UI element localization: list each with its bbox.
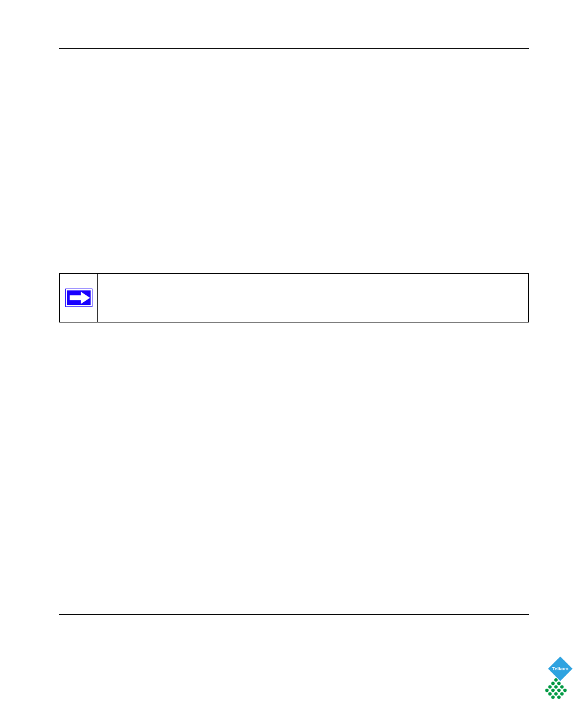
footer-rule — [59, 614, 529, 627]
svg-rect-2 — [70, 295, 81, 300]
svg-point-19 — [557, 696, 561, 699]
svg-point-13 — [557, 689, 561, 692]
arrow-right-icon — [65, 289, 92, 307]
svg-point-6 — [551, 682, 555, 686]
note-callout: Note: — [59, 273, 529, 322]
svg-point-16 — [554, 692, 558, 696]
note-label: Note: — [108, 282, 130, 292]
svg-point-17 — [560, 692, 564, 696]
svg-point-14 — [563, 689, 567, 692]
svg-point-12 — [551, 689, 555, 692]
svg-point-9 — [554, 685, 558, 689]
svg-point-18 — [551, 696, 555, 699]
svg-point-11 — [545, 689, 549, 692]
logo-text: Telkom — [552, 666, 569, 671]
svg-point-7 — [557, 682, 561, 686]
svg-point-8 — [548, 685, 552, 689]
note-text: Note: — [98, 274, 528, 322]
page-body: Note: — [59, 31, 529, 669]
svg-point-15 — [548, 692, 552, 696]
header-rule — [59, 31, 529, 49]
note-icon-cell — [60, 274, 98, 322]
page-content: Note: — [59, 49, 529, 322]
svg-point-10 — [560, 685, 564, 689]
telkom-logo: Telkom — [539, 657, 582, 700]
svg-point-5 — [554, 678, 558, 682]
